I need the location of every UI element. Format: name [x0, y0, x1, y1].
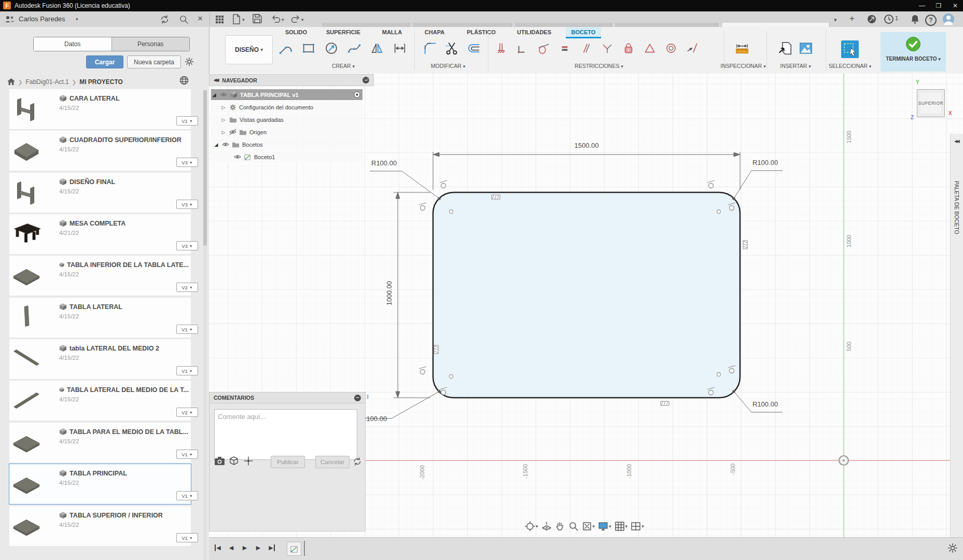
comment-input[interactable]	[214, 409, 357, 460]
help-icon[interactable]: ?	[925, 15, 937, 26]
workspace-selector[interactable]: DISEÑO ▾	[225, 35, 273, 64]
visibility-eye-icon[interactable]	[222, 141, 229, 148]
modify-group-label[interactable]: MODIFICAR ▾	[431, 63, 465, 69]
measure-tool-icon[interactable]	[733, 38, 751, 58]
version-dropdown[interactable]: V1▼	[176, 533, 198, 542]
home-icon[interactable]	[7, 78, 15, 86]
visibility-eye-icon[interactable]	[220, 91, 227, 98]
constraint-symmetry-icon[interactable]	[683, 38, 702, 58]
zoom-fit-chevron-icon[interactable]: ▾	[593, 524, 595, 529]
viewports-chevron-icon[interactable]: ▾	[641, 524, 644, 529]
minimize-button[interactable]: —	[914, 0, 930, 11]
maximize-button[interactable]: ❒	[931, 0, 946, 11]
version-dropdown[interactable]: V3▼	[176, 200, 198, 209]
orbit-icon[interactable]: ▾	[525, 521, 538, 531]
layout-grid-chevron-icon[interactable]: ▾	[625, 524, 628, 529]
timeline-settings-gear-icon[interactable]	[947, 543, 958, 553]
orbit-chevron-icon[interactable]: ▾	[536, 524, 538, 529]
ribbon-tab-boceto[interactable]: BOCETO	[571, 29, 596, 37]
timeline-go-to-start-icon[interactable]: ◀	[212, 542, 224, 553]
redo-icon[interactable]	[290, 15, 301, 24]
constraint-tangent-icon[interactable]	[534, 38, 553, 58]
cancel-comment-button[interactable]: Cancelar	[315, 456, 350, 468]
new-document-icon[interactable]	[232, 14, 241, 24]
version-dropdown[interactable]: V1▼	[176, 325, 198, 334]
insert-group-label[interactable]: INSERTAR ▾	[780, 63, 811, 69]
notifications-bell-icon[interactable]	[911, 15, 919, 24]
ribbon-tab-chapa[interactable]: CHAPA	[425, 29, 444, 37]
list-item[interactable]: CARA LATERAL 4/15/22 V1▼	[9, 89, 191, 129]
visibility-eye-icon[interactable]	[234, 153, 241, 160]
navigator-leaf-sketch[interactable]: Boceto1	[211, 151, 362, 162]
avatar[interactable]	[943, 13, 954, 25]
radius-label-top-left[interactable]: R100.00	[371, 159, 400, 167]
constraint-perpendicular-icon[interactable]	[598, 38, 617, 58]
comments-header[interactable]: COMENTARIOS –	[210, 393, 365, 403]
pin-marker-icon[interactable]	[244, 456, 253, 466]
new-folder-button[interactable]: Nueva carpeta	[127, 55, 181, 68]
timeline-step-back-icon[interactable]: ◀	[226, 542, 237, 553]
activate-radio-icon[interactable]	[354, 91, 360, 98]
close-panel-icon[interactable]: ×	[198, 13, 203, 24]
tab-datos[interactable]: Datos	[34, 37, 111, 51]
expanded-triangle-icon[interactable]: ◢	[213, 142, 219, 147]
ribbon-tab-plastico[interactable]: PLÁSTICO	[467, 29, 496, 37]
trim-tool-icon[interactable]	[442, 38, 461, 58]
list-item[interactable]: TABLA LATERAL DEL MEDIO DE LA T... 4/15/…	[9, 381, 191, 421]
timeline-play-icon[interactable]: ▶	[239, 542, 250, 553]
navigator-header[interactable]: ◀◀ NAVEGADOR –	[209, 74, 374, 86]
job-status-clock-icon[interactable]	[884, 15, 894, 24]
insert-derive-icon[interactable]	[776, 38, 794, 58]
list-item[interactable]: DISEÑO FINAL 4/15/22 V3▼	[9, 173, 191, 213]
attach-model-cube-icon[interactable]	[229, 456, 239, 466]
select-group-label[interactable]: SELECCIONAR ▾	[829, 63, 872, 69]
navigator-node[interactable]: ▷ Vistas guardadas	[211, 114, 362, 125]
ribbon-tab-solido[interactable]: SOLIDO	[285, 29, 307, 37]
redo-chevron-icon[interactable]: ▾	[301, 17, 304, 22]
timeline-position-marker[interactable]	[304, 541, 305, 556]
dimension-width-label[interactable]: 1500.00	[568, 142, 605, 149]
close-button[interactable]: ✕	[947, 0, 963, 11]
extensions-icon[interactable]	[867, 15, 876, 24]
navigator-root-row[interactable]: ◢ TABLA PRINCIPAL v1	[211, 89, 362, 100]
dimension-height-label[interactable]: 1000.00	[385, 279, 393, 308]
user-name[interactable]: Carlos Paredes	[19, 15, 65, 23]
upload-button[interactable]: Cargar	[86, 55, 123, 68]
navigator-node[interactable]: ▷ Configuración del documento	[211, 102, 362, 113]
layout-grid-icon[interactable]: ▾	[615, 521, 628, 531]
shared-globe-icon[interactable]	[179, 76, 189, 85]
collapse-left-icon[interactable]: ◀◀	[214, 78, 218, 82]
collapsed-triangle-icon[interactable]: ▷	[220, 105, 227, 110]
search-icon[interactable]	[179, 15, 189, 24]
expanded-triangle-icon[interactable]: ◢	[211, 92, 217, 97]
undo-icon[interactable]	[271, 15, 281, 24]
version-dropdown[interactable]: V1▼	[176, 450, 198, 459]
people-icon[interactable]	[5, 15, 15, 23]
constraint-fix-icon[interactable]	[492, 38, 510, 58]
collapsed-triangle-icon[interactable]: ▷	[220, 130, 227, 135]
ribbon-tab-superficie[interactable]: SUPERFICIE	[326, 29, 360, 37]
ribbon-tab-malla[interactable]: MALLA	[382, 29, 402, 37]
version-dropdown[interactable]: V3▼	[176, 241, 198, 250]
list-item[interactable]: TABLA INFERIOR DE LA TABLA LATE... 4/15/…	[9, 256, 191, 296]
navigator-node[interactable]: ▷ Origen	[211, 127, 362, 137]
version-dropdown[interactable]: V2▼	[176, 408, 198, 417]
insert-image-icon[interactable]	[797, 38, 815, 58]
new-tab-icon[interactable]: +	[849, 13, 855, 24]
constraint-equal-icon[interactable]	[555, 38, 574, 58]
radius-label-bottom-left[interactable]: R100.00	[361, 415, 390, 423]
list-item[interactable]: TABLA PARA EL MEDIO DE LA TABL... 4/15/2…	[9, 423, 191, 463]
spline-tool-icon[interactable]	[345, 38, 364, 58]
visibility-eye-off-icon[interactable]	[229, 129, 236, 135]
constraint-horizontal-vertical-icon[interactable]	[513, 38, 532, 58]
user-menu-chevron-icon[interactable]: ▾	[76, 17, 78, 22]
scrollbar-thumb[interactable]	[203, 90, 207, 246]
sketch-dimension-tool-icon[interactable]	[390, 38, 409, 58]
constraint-lock-icon[interactable]	[619, 38, 638, 58]
fillet-tool-icon[interactable]	[421, 38, 439, 58]
radius-label-top-right[interactable]: R100.00	[752, 159, 781, 166]
finish-sketch-button[interactable]: TERMINAR BOCETO ▾	[881, 32, 946, 72]
display-settings-icon[interactable]: ▾	[598, 521, 611, 531]
display-settings-chevron-icon[interactable]: ▾	[609, 524, 611, 529]
list-item[interactable]: TABLA LATERAL 4/15/22 V1▼	[9, 298, 191, 338]
